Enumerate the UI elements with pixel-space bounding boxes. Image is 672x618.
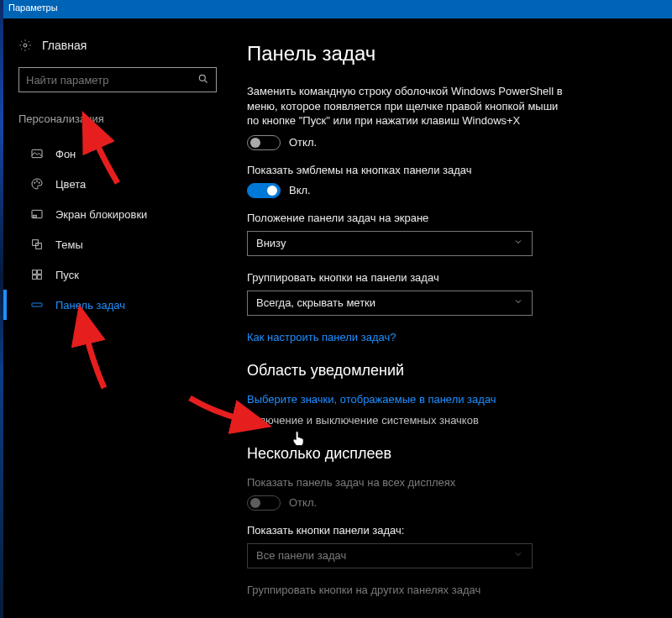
sidebar-item-colors[interactable]: Цвета bbox=[18, 169, 217, 199]
select-value: Все панели задач bbox=[256, 549, 346, 562]
location-select[interactable]: Внизу bbox=[247, 231, 533, 256]
multi-display-title: Несколько дисплеев bbox=[247, 445, 647, 463]
location-label: Положение панели задач на экране bbox=[247, 212, 647, 224]
svg-rect-7 bbox=[33, 215, 36, 217]
badges-toggle[interactable] bbox=[247, 183, 281, 198]
customize-taskbar-link[interactable]: Как настроить панели задач? bbox=[247, 331, 647, 343]
sidebar-item-start[interactable]: Пуск bbox=[18, 259, 217, 290]
notification-area-title: Область уведомлений bbox=[247, 362, 647, 380]
main-content: Панель задач Заменить командную строку о… bbox=[228, 18, 672, 618]
svg-point-1 bbox=[199, 75, 205, 81]
nav-label: Темы bbox=[55, 238, 83, 251]
svg-rect-10 bbox=[33, 270, 37, 275]
svg-point-0 bbox=[24, 44, 27, 47]
svg-rect-11 bbox=[38, 270, 42, 275]
window-titlebar: Параметры bbox=[0, 0, 672, 18]
grouping-label: Группировать кнопки на панели задач bbox=[247, 271, 647, 284]
svg-point-4 bbox=[36, 181, 37, 181]
chevron-down-icon bbox=[513, 296, 523, 309]
select-value: Внизу bbox=[256, 237, 286, 249]
svg-rect-12 bbox=[33, 275, 37, 280]
select-icons-link[interactable]: Выберите значки, отображаемые в панели з… bbox=[247, 393, 647, 406]
svg-rect-8 bbox=[33, 240, 39, 246]
svg-rect-13 bbox=[38, 275, 42, 280]
chevron-down-icon bbox=[513, 549, 523, 562]
search-icon bbox=[197, 73, 209, 87]
sidebar-item-background[interactable]: Фон bbox=[18, 139, 217, 169]
themes-icon bbox=[30, 238, 44, 251]
grouping-select[interactable]: Всегда, скрывать метки bbox=[247, 291, 533, 316]
search-input[interactable] bbox=[26, 74, 197, 86]
toggle-state-on: Вкл. bbox=[289, 184, 311, 196]
sidebar-item-themes[interactable]: Темы bbox=[18, 229, 217, 259]
nav-label: Фон bbox=[55, 148, 76, 160]
start-icon bbox=[30, 268, 44, 281]
multi-show-label: Показать панель задач на всех дисплеях bbox=[247, 476, 647, 489]
home-label: Главная bbox=[42, 39, 87, 52]
multi-buttons-label: Показать кнопки панели задач: bbox=[247, 524, 647, 537]
multi-group-label: Группировать кнопки на других панелях за… bbox=[247, 584, 647, 596]
left-edge-strip bbox=[0, 0, 3, 618]
svg-rect-9 bbox=[36, 244, 42, 249]
sidebar-item-taskbar[interactable]: Панель задач bbox=[18, 290, 217, 320]
chevron-down-icon bbox=[513, 237, 523, 249]
nav-label: Экран блокировки bbox=[55, 208, 147, 221]
search-input-container[interactable] bbox=[18, 67, 217, 92]
multi-buttons-select[interactable]: Все панели задач bbox=[247, 543, 533, 568]
multi-show-toggle[interactable] bbox=[247, 495, 281, 511]
toggle-state-off: Откл. bbox=[289, 496, 317, 509]
sidebar-item-lockscreen[interactable]: Экран блокировки bbox=[18, 199, 217, 229]
toggle-state-off: Откл. bbox=[289, 136, 317, 149]
svg-point-3 bbox=[34, 182, 35, 183]
system-icons-link[interactable]: Включение и выключение системных значков bbox=[247, 414, 647, 427]
badges-label: Показать эмблемы на кнопках панели задач bbox=[247, 164, 647, 176]
palette-icon bbox=[30, 177, 44, 191]
powershell-toggle[interactable] bbox=[247, 135, 281, 150]
home-nav[interactable]: Главная bbox=[18, 39, 217, 52]
svg-point-5 bbox=[39, 182, 39, 183]
sidebar: Главная Персонализация Фон Цвета Экран б… bbox=[3, 18, 228, 618]
gear-icon bbox=[18, 39, 32, 52]
taskbar-icon bbox=[30, 298, 44, 312]
nav-label: Панель задач bbox=[55, 299, 125, 312]
select-value: Всегда, скрывать метки bbox=[256, 296, 375, 309]
sidebar-category: Персонализация bbox=[18, 113, 217, 125]
picture-icon bbox=[30, 147, 44, 160]
window-title: Параметры bbox=[8, 3, 58, 13]
nav-label: Пуск bbox=[55, 269, 79, 281]
lockscreen-icon bbox=[30, 207, 44, 221]
powershell-description: Заменить командную строку оболочкой Wind… bbox=[247, 84, 566, 128]
svg-rect-14 bbox=[32, 303, 42, 306]
nav-label: Цвета bbox=[55, 178, 86, 191]
page-title: Панель задач bbox=[247, 42, 647, 65]
